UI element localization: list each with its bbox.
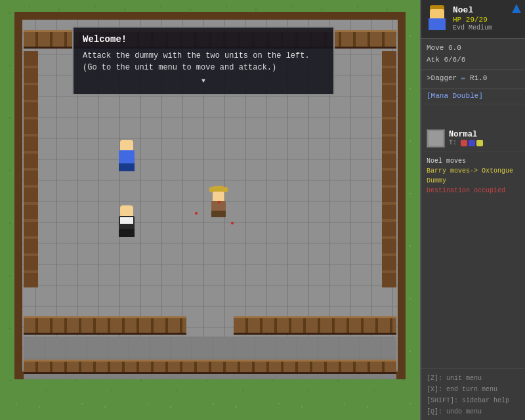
blue-arrow-svg: [511, 3, 522, 14]
floor-marker-2: [231, 222, 234, 224]
terrain-svg: [427, 130, 444, 147]
stat-atk: Atk 6/6/6: [427, 54, 520, 66]
floor-marker-3: [195, 212, 198, 215]
terrain-info: Normal T:: [449, 130, 483, 146]
body: [119, 150, 135, 165]
character-noel[interactable]: [116, 205, 137, 237]
svg-marker-0: [512, 4, 521, 13]
sprite-green: [116, 140, 137, 171]
dialog-line1: Attack the dummy with the two units on t…: [83, 51, 310, 60]
sidebar: Noel HP 29/29 Evd Medium Move 6.0 Atk 6/…: [420, 0, 525, 420]
weapon-panel: >Dagger ✏ R1.0: [421, 70, 525, 89]
legs: [119, 229, 135, 237]
hotkeys-panel: [Z]: unit menu [X]: end turn menu [SHIFT…: [421, 369, 525, 420]
wall-bottom-outer: [24, 360, 396, 374]
pillar-right: [382, 51, 396, 287]
game-container: Welcome! Attack the dummy with the two u…: [0, 0, 525, 420]
weapon-icon: ✏: [461, 74, 466, 82]
dialog-arrow[interactable]: ▼: [83, 77, 324, 85]
char-panel: Noel HP 29/29 Evd Medium: [421, 0, 525, 39]
wall-bottom-left: [24, 316, 186, 335]
wall-bottom-right: [234, 316, 396, 335]
dialog-line2: (Go to the unit menu to move and attack.…: [83, 63, 276, 72]
fence-bar-outer: [24, 360, 396, 374]
log-line-1: Noel moves: [427, 156, 520, 166]
hotkey-x[interactable]: [X]: end turn menu: [427, 384, 520, 395]
dialog-text: Attack the dummy with the two units on t…: [83, 50, 324, 74]
terrain-panel: Normal T:: [421, 124, 525, 152]
stats-panel: Move 6.0 Atk 6/6/6: [421, 39, 525, 70]
sprite-noel: [116, 205, 137, 237]
t-icon-fire: [461, 140, 467, 146]
spacer-1: [421, 104, 525, 124]
dialog-box: Welcome! Attack the dummy with the two u…: [72, 26, 335, 95]
weapon-rank: R1.0: [470, 74, 487, 82]
pillar-left: [24, 51, 38, 287]
skill-panel: [Mana Double]: [421, 89, 525, 104]
log-line-4: Destination occupied: [427, 186, 520, 196]
legs: [119, 163, 135, 171]
hotkey-z[interactable]: [Z]: unit menu: [427, 373, 520, 384]
log-panel: Noel moves Barry moves-> Oxtongue Dummy …: [421, 152, 525, 369]
weapon-line: >Dagger ✏ R1.0: [427, 73, 520, 85]
char-evd: Evd Medium: [453, 24, 521, 32]
floor-marker-1: [218, 201, 220, 203]
hotkey-q[interactable]: [Q]: undo menu: [427, 406, 520, 417]
skill-name: [Mana Double]: [427, 92, 520, 100]
character-green[interactable]: [116, 140, 137, 171]
avatar-body: [429, 18, 446, 30]
fence-bar-bottom-right: [234, 316, 396, 335]
log-line-2: Barry moves-> Oxtongue: [427, 166, 520, 176]
char-hp: HP 29/29: [453, 16, 521, 24]
terrain-t: T:: [449, 139, 483, 146]
t-icon-star: [476, 140, 483, 146]
terrain-tile: [427, 129, 445, 148]
dialog-title: Welcome!: [83, 34, 324, 45]
game-area[interactable]: Welcome! Attack the dummy with the two u…: [0, 0, 420, 420]
legs: [211, 211, 226, 217]
hotkey-shift[interactable]: [SHIFT]: sidebar help: [427, 395, 520, 406]
stat-move: Move 6.0: [427, 43, 520, 54]
weapon-name: >Dagger: [427, 74, 457, 82]
fence-bar-bottom-left: [24, 316, 186, 335]
t-icon-water: [469, 140, 475, 146]
terrain-label: Normal: [449, 130, 483, 139]
log-line-3: Dummy: [427, 176, 520, 186]
shirt: [120, 217, 133, 224]
terrain-t-label: T:: [449, 139, 457, 146]
avatar-sprite: [425, 5, 449, 34]
terrain-icons: [461, 140, 483, 146]
char-avatar: [425, 5, 449, 34]
svg-rect-2: [429, 131, 443, 146]
